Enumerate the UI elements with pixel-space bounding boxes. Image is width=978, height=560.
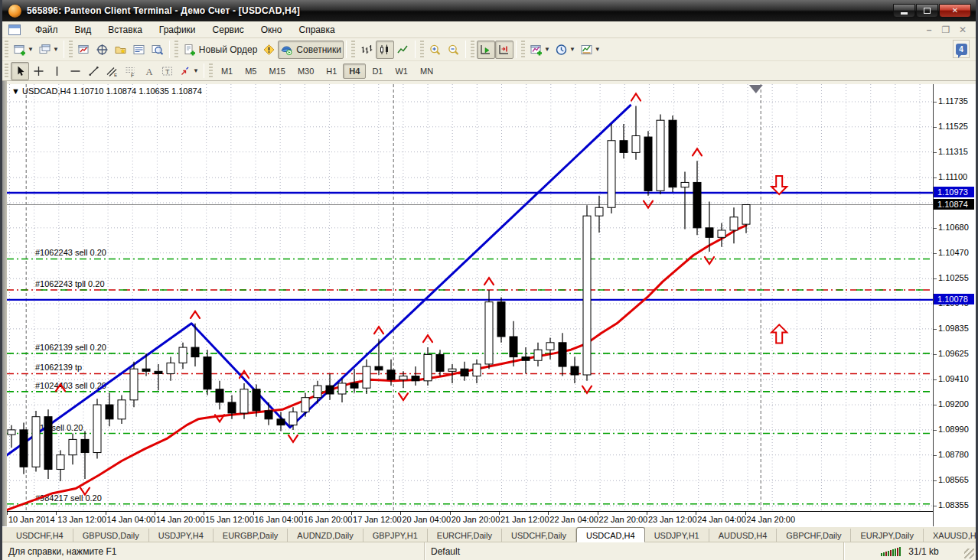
auto-scroll-button[interactable] (477, 41, 495, 59)
timeframe-h1-button[interactable]: H1 (320, 63, 343, 79)
minimize-button[interactable] (893, 4, 915, 18)
templates-button[interactable]: ▼ (578, 41, 603, 59)
chart-shift-button[interactable] (495, 41, 513, 59)
fibonacci-button[interactable]: F (121, 62, 139, 80)
timeframe-m1-button[interactable]: M1 (215, 63, 239, 79)
mdi-restore-icon[interactable]: ❐ (941, 24, 951, 35)
menu-вставка[interactable]: Вставка (99, 22, 151, 37)
title-bar[interactable]: 565896: Panteon Client Terminal - Демо С… (2, 0, 976, 21)
notification-count-badge: 4 (956, 44, 967, 55)
status-profile[interactable]: Default (425, 542, 844, 560)
timeframe-m5-button[interactable]: M5 (239, 63, 262, 79)
dropdown-caret-icon[interactable]: ▼ (193, 67, 199, 74)
timeframe-w1-button[interactable]: W1 (389, 63, 414, 79)
chart-tab-eurjpy-daily[interactable]: EURJPY,Daily (851, 529, 924, 542)
chart-tab-eurgbp-daily[interactable]: EURGBP,Daily (214, 529, 289, 542)
maximize-button[interactable] (916, 4, 938, 18)
menu-файл[interactable]: Файл (27, 22, 67, 37)
cursor-button[interactable] (11, 62, 29, 80)
price-axis-label: 1.08990 (938, 425, 969, 434)
timeframe-m15-button[interactable]: M15 (262, 63, 291, 79)
mdi-minimize-icon[interactable]: – (924, 24, 934, 35)
chart-tab-audnzd-daily[interactable]: AUDNZD,Daily (288, 529, 363, 542)
price-axis-label: 1.11315 (938, 147, 968, 156)
indicators-button[interactable]: ▼ (527, 41, 553, 59)
chart-tab-gbpjpy-h1[interactable]: GBPJPY,H1 (363, 529, 428, 542)
chart-tab-usdchf-daily[interactable]: USDCHF,Daily (502, 529, 576, 542)
svg-text:E: E (114, 73, 117, 77)
dropdown-caret-icon[interactable]: ▼ (544, 46, 550, 53)
dropdown-caret-icon[interactable]: ▼ (569, 46, 575, 53)
channel-button[interactable]: E (103, 62, 121, 80)
time-tick (450, 512, 451, 515)
data-window-button[interactable] (93, 41, 112, 59)
chart-tab-gbpusd-daily[interactable]: GBPUSD,Daily (73, 529, 149, 542)
menu-сервис[interactable]: Сервис (204, 22, 253, 37)
signal-arrow-down-icon[interactable] (771, 176, 787, 194)
signal-arrow-up-icon[interactable] (771, 324, 787, 343)
menu-графики[interactable]: Графики (151, 22, 204, 37)
terminal-icon (132, 44, 145, 56)
arrows-button[interactable]: ▼ (176, 62, 201, 80)
dropdown-caret-icon[interactable]: ▼ (595, 46, 601, 53)
timeframe-d1-button[interactable]: D1 (366, 63, 389, 79)
chart-tab-gbpchf-daily[interactable]: GBPCHF,Daily (777, 529, 851, 542)
price-axis[interactable]: 1.117351.115251.113151.111001.108901.106… (933, 84, 976, 526)
main-toolbar: ▼▼Новый ОрдерСоветники▼▼▼ 4 (2, 38, 976, 61)
terminal-button[interactable] (130, 41, 148, 59)
market-watch-button[interactable] (75, 41, 93, 59)
close-button[interactable]: ✕ (939, 4, 971, 18)
text-button[interactable]: A (139, 62, 158, 80)
candle-body (387, 370, 395, 380)
new-chart-button[interactable]: ▼ (11, 41, 36, 59)
chart-tab-usdcad-h4[interactable]: USDCAD,H4 (576, 527, 645, 542)
chart-candles-button[interactable] (376, 41, 394, 59)
candle-body (510, 337, 517, 357)
navigator-button[interactable] (112, 41, 130, 59)
mdi-close-icon[interactable]: ✕ (957, 24, 968, 35)
time-axis[interactable]: 10 Jan 201413 Jan 12:0014 Jan 04:0014 Ja… (7, 511, 937, 526)
zoom-in-button[interactable] (426, 41, 445, 59)
chart-tab-usdchf-h4[interactable]: USDCHF,H4 (7, 529, 73, 542)
price-tick (934, 480, 937, 481)
chart-tab-audusd-h4[interactable]: AUDUSD,H4 (709, 529, 778, 542)
candle-body (106, 405, 113, 419)
price-axis-label: 1.11525 (938, 122, 968, 131)
trendline-button[interactable] (84, 62, 103, 80)
experts-button[interactable]: Советники (278, 41, 344, 59)
notifications-button[interactable]: 4 (953, 40, 970, 58)
toolbar-separator (204, 63, 204, 79)
menu-справка[interactable]: Справка (291, 22, 344, 37)
new-order-button[interactable]: Новый Ордер (181, 41, 259, 59)
chart-plot[interactable]: #1062243 sell 0.20#1062243 tpll 0.20#106… (7, 84, 937, 511)
candle-body (350, 383, 358, 388)
chart-candles-icon (378, 44, 391, 56)
alert-button[interactable] (259, 41, 278, 59)
chart-tab-usdjpy-h1[interactable]: USDJPY,H1 (645, 529, 709, 542)
time-axis-label: 13 Jan 12:00 (57, 515, 106, 524)
menu-вид[interactable]: Вид (67, 22, 100, 37)
timeframe-h4-button[interactable]: H4 (343, 63, 366, 79)
price-tick (934, 430, 937, 431)
horizontal-line-button[interactable] (66, 62, 84, 80)
vertical-line-button[interactable] (47, 62, 66, 80)
timeframe-mn-button[interactable]: MN (414, 63, 439, 79)
chart-tab-eurchf-daily[interactable]: EURCHF,Daily (428, 529, 502, 542)
crosshair-button[interactable] (29, 62, 47, 80)
profiles-button[interactable]: ▼ (36, 41, 61, 59)
text-label-button[interactable]: T (158, 62, 176, 80)
periods-button[interactable]: ▼ (553, 41, 578, 59)
timeframe-m30-button[interactable]: M30 (292, 63, 320, 79)
chart-tab-xauusd-h4[interactable]: XAUUSD,H4 (924, 529, 978, 542)
chart-bars-button[interactable] (357, 41, 376, 59)
menu-окно[interactable]: Окно (253, 22, 291, 37)
dropdown-caret-icon[interactable]: ▼ (28, 46, 34, 53)
chart-line-button[interactable] (394, 41, 412, 59)
dropdown-caret-icon[interactable]: ▼ (53, 46, 59, 53)
chart-tab-usdjpy-h4[interactable]: USDJPY,H4 (149, 529, 214, 542)
candle-body (191, 347, 199, 357)
resize-grip[interactable] (964, 549, 974, 558)
new-chart-icon (13, 44, 26, 56)
strategy-tester-button[interactable] (148, 41, 167, 59)
zoom-out-button[interactable] (445, 41, 463, 59)
